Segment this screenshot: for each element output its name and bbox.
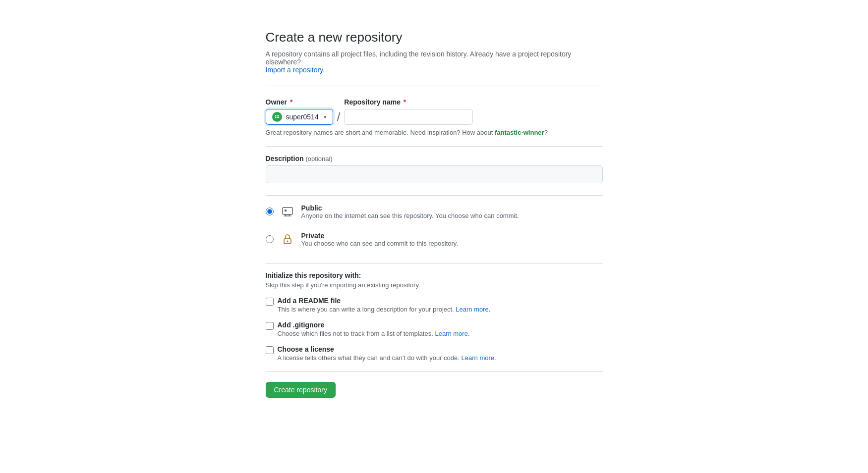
repo-name-input[interactable]	[344, 109, 473, 125]
owner-label: Owner *	[266, 98, 333, 106]
description-label: Description (optional)	[266, 155, 603, 162]
license-description: A license tells others what they can and…	[278, 354, 496, 362]
optional-text: (optional)	[305, 155, 332, 162]
owner-avatar	[272, 112, 282, 122]
private-option[interactable]: Private You choose who can see and commi…	[266, 225, 603, 253]
owner-group: Owner * s	[266, 98, 333, 125]
visibility-divider	[266, 195, 603, 196]
description-group: Description (optional)	[266, 155, 603, 193]
import-link[interactable]: Import a repository.	[266, 66, 325, 74]
create-repository-button[interactable]: Create repository	[266, 382, 336, 398]
suggestion-text: Great repository names are short and mem…	[266, 129, 603, 136]
gitignore-label: Add .gitignore	[278, 321, 470, 329]
suggestion-name-link[interactable]: fantastic-winner	[495, 129, 544, 136]
gitignore-checkbox[interactable]	[266, 322, 274, 330]
svg-point-5	[276, 117, 277, 118]
init-divider	[266, 263, 603, 263]
initialize-section: Initialize this repository with: Skip th…	[266, 271, 603, 362]
license-text: Choose a license A license tells others …	[278, 345, 496, 362]
init-title: Initialize this repository with:	[266, 271, 603, 279]
owner-repo-row: Owner * s	[266, 98, 603, 125]
license-learn-more[interactable]: Learn more.	[462, 354, 496, 362]
readme-checkbox[interactable]	[266, 298, 274, 306]
public-visibility-text: Public Anyone on the internet can see th…	[301, 204, 519, 219]
svg-point-4	[275, 117, 276, 118]
repo-name-required-star: *	[404, 98, 406, 106]
visibility-options: Public Anyone on the internet can see th…	[266, 198, 603, 253]
owner-required-star: *	[290, 98, 292, 106]
page-container: Create a new repository A repository con…	[0, 0, 868, 473]
svg-point-2	[276, 115, 277, 116]
public-label: Public	[301, 204, 519, 212]
svg-point-1	[275, 115, 276, 116]
section-divider	[266, 86, 603, 86]
bottom-divider	[266, 371, 603, 372]
public-option[interactable]: Public Anyone on the internet can see th…	[266, 198, 603, 225]
content-wrapper: Create a new repository A repository con…	[246, 20, 623, 408]
page-title: Create a new repository	[266, 30, 603, 45]
gitignore-description: Choose which files not to track from a l…	[278, 330, 470, 337]
init-subtitle: Skip this step if you're importing an ex…	[266, 281, 603, 289]
gitignore-option: Add .gitignore Choose which files not to…	[266, 321, 603, 337]
svg-point-3	[278, 115, 279, 116]
public-radio[interactable]	[266, 208, 274, 215]
description-input[interactable]	[266, 165, 603, 183]
private-visibility-text: Private You choose who can see and commi…	[301, 232, 459, 247]
license-checkbox[interactable]	[266, 346, 274, 354]
readme-label: Add a README file	[278, 297, 491, 305]
owner-name: super0514	[286, 113, 319, 121]
license-label: Choose a license	[278, 345, 496, 353]
readme-description: This is where you can write a long descr…	[278, 306, 491, 313]
description-divider	[266, 146, 603, 147]
private-description: You choose who can see and commit to thi…	[301, 240, 459, 247]
subtitle-text: A repository contains all project files,…	[266, 50, 572, 66]
readme-option: Add a README file This is where you can …	[266, 297, 603, 313]
public-icon	[280, 204, 295, 219]
page-subtitle: A repository contains all project files,…	[266, 50, 603, 74]
gitignore-text: Add .gitignore Choose which files not to…	[278, 321, 470, 337]
readme-learn-more[interactable]: Learn more.	[456, 306, 490, 313]
slash-separator: /	[337, 111, 341, 125]
svg-rect-7	[283, 208, 292, 214]
readme-text: Add a README file This is where you can …	[278, 297, 491, 313]
avatar-icon	[273, 113, 281, 121]
repo-name-group: Repository name *	[344, 98, 473, 125]
private-radio[interactable]	[266, 235, 274, 243]
repo-name-label: Repository name *	[344, 98, 473, 106]
gitignore-learn-more[interactable]: Learn more.	[435, 330, 469, 337]
svg-rect-8	[285, 210, 287, 211]
dropdown-arrow-icon: ▾	[324, 114, 327, 120]
public-description: Anyone on the internet can see this repo…	[301, 212, 519, 219]
private-label: Private	[301, 232, 459, 240]
svg-point-10	[287, 241, 288, 242]
license-option: Choose a license A license tells others …	[266, 345, 603, 362]
owner-dropdown[interactable]: super0514 ▾	[266, 109, 333, 125]
svg-point-6	[278, 117, 279, 118]
private-icon	[280, 231, 295, 247]
